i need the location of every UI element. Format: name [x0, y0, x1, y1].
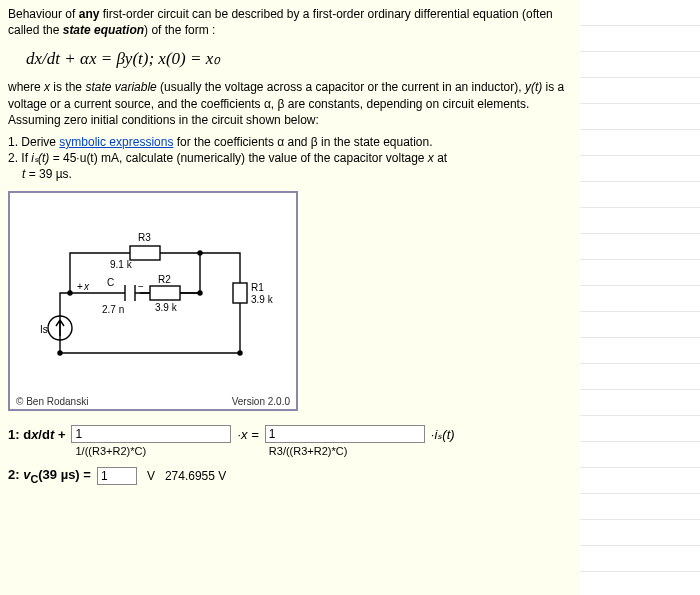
answer1-label: 1: dx/dt + [8, 425, 65, 442]
svg-rect-1 [130, 246, 160, 260]
answer-row-2: 2: vC(39 µs) = V 274.6955 V [8, 467, 572, 485]
text: at [434, 151, 447, 165]
svg-rect-3 [233, 283, 247, 303]
problem-content: Behaviour of any first-order circuit can… [0, 0, 580, 595]
grid-cell [580, 494, 700, 520]
task-2b: t = 39 µs. [8, 166, 572, 182]
label-r1v: 3.9 k [251, 294, 274, 305]
label-x: x [83, 281, 90, 292]
right-column [580, 0, 700, 595]
label-r3: R3 [138, 232, 151, 243]
grid-cell [580, 156, 700, 182]
text: where [8, 80, 44, 94]
text: (39 µs) = [38, 467, 91, 482]
grid-cell [580, 520, 700, 546]
grid-cell [580, 442, 700, 468]
task-1: 1. Derive symbolic expressions for the c… [8, 134, 572, 150]
svg-point-4 [68, 291, 72, 295]
svg-rect-2 [150, 286, 180, 300]
text-bold-italic: state equation [63, 23, 144, 37]
intro-paragraph: Behaviour of any first-order circuit can… [8, 6, 572, 38]
grid-cell [580, 312, 700, 338]
beta-input[interactable] [265, 425, 425, 443]
answers-area: 1: dx/dt + 1/((R3+R2)*C) ·x = R3/((R3+R2… [8, 425, 572, 485]
symbolic-expressions-link[interactable]: symbolic expressions [59, 135, 173, 149]
label-r2: R2 [158, 274, 171, 285]
svg-point-8 [238, 351, 242, 355]
grid-cell [580, 260, 700, 286]
grid-cell [580, 546, 700, 572]
text-italic: state variable [85, 80, 156, 94]
task-2: 2. If iₛ(t) = 45·u(t) mA, calculate (num… [8, 150, 572, 166]
beta-sub: R3/((R3+R2)*C) [265, 443, 425, 457]
label-r3v: 9.1 k [110, 259, 133, 270]
text: + [54, 427, 65, 442]
label-r1: R1 [251, 282, 264, 293]
grid-cell [580, 338, 700, 364]
text: ) of the form : [144, 23, 215, 37]
alpha-sub: 1/((R3+R2)*C) [71, 443, 231, 457]
where-paragraph: where x is the state variable (usually t… [8, 79, 572, 128]
text-bold: any [79, 7, 100, 21]
svg-point-6 [198, 251, 202, 255]
text: /d [38, 427, 50, 442]
circuit-diagram: R3 9.1 k R2 3.9 k R1 3.9 k C 2.7 n Is + … [8, 191, 298, 411]
text: (usually the voltage across a capacitor … [157, 80, 525, 94]
text: Behaviour of [8, 7, 79, 21]
vc-value: 274.6955 V [161, 469, 226, 483]
label-is: Is [40, 324, 48, 335]
answer2-label: 2: vC(39 µs) = [8, 467, 91, 485]
grid-cell [580, 416, 700, 442]
beta-segment: R3/((R3+R2)*C) [265, 425, 425, 457]
grid-cell [580, 0, 700, 26]
text: 1. Derive [8, 135, 59, 149]
svg-point-7 [58, 351, 62, 355]
svg-point-5 [198, 291, 202, 295]
label-c: C [107, 277, 114, 288]
grid-cell [580, 286, 700, 312]
grid-cell [580, 234, 700, 260]
tasks-list: 1. Derive symbolic expressions for the c… [8, 134, 572, 183]
mid-seg: ·x = [237, 425, 258, 442]
text: = 45·u(t) mA, calculate (numerically) th… [49, 151, 428, 165]
alpha-input[interactable] [71, 425, 231, 443]
label-plus: + [77, 281, 83, 292]
grid-cell [580, 182, 700, 208]
text: for the coefficients α and β in the stat… [173, 135, 432, 149]
alpha-segment: 1/((R3+R2)*C) [71, 425, 231, 457]
text: = 39 µs. [25, 167, 72, 181]
grid-cell [580, 130, 700, 156]
state-equation: dx/dt + αx = βy(t); x(0) = x₀ [8, 44, 572, 73]
grid-cell [580, 468, 700, 494]
text: is the [50, 80, 85, 94]
text: 1: d [8, 427, 31, 442]
circuit-credit: © Ben Rodanski [16, 396, 88, 407]
grid-cell [580, 78, 700, 104]
var-yt: y(t) [525, 80, 542, 94]
label-minus: − [138, 281, 144, 292]
tail-seg: ·iₛ(t) [431, 425, 455, 442]
circuit-version: Version 2.0.0 [232, 396, 290, 407]
answer-row-1: 1: dx/dt + 1/((R3+R2)*C) ·x = R3/((R3+R2… [8, 425, 572, 457]
grid-cell [580, 364, 700, 390]
grid-cell [580, 208, 700, 234]
grid-cell [580, 52, 700, 78]
text: = [248, 427, 259, 442]
page: Behaviour of any first-order circuit can… [0, 0, 700, 595]
label-cv: 2.7 n [102, 304, 124, 315]
var-is: iₛ(t) [31, 151, 49, 165]
text: 2: [8, 467, 23, 482]
grid-cell [580, 26, 700, 52]
circuit-svg: R3 9.1 k R2 3.9 k R1 3.9 k C 2.7 n Is + … [10, 193, 296, 393]
vc-unit: V [143, 469, 155, 483]
grid-cell [580, 104, 700, 130]
label-r2v: 3.9 k [155, 302, 178, 313]
grid-cell [580, 390, 700, 416]
vc-input[interactable] [97, 467, 137, 485]
text: 2. If [8, 151, 31, 165]
